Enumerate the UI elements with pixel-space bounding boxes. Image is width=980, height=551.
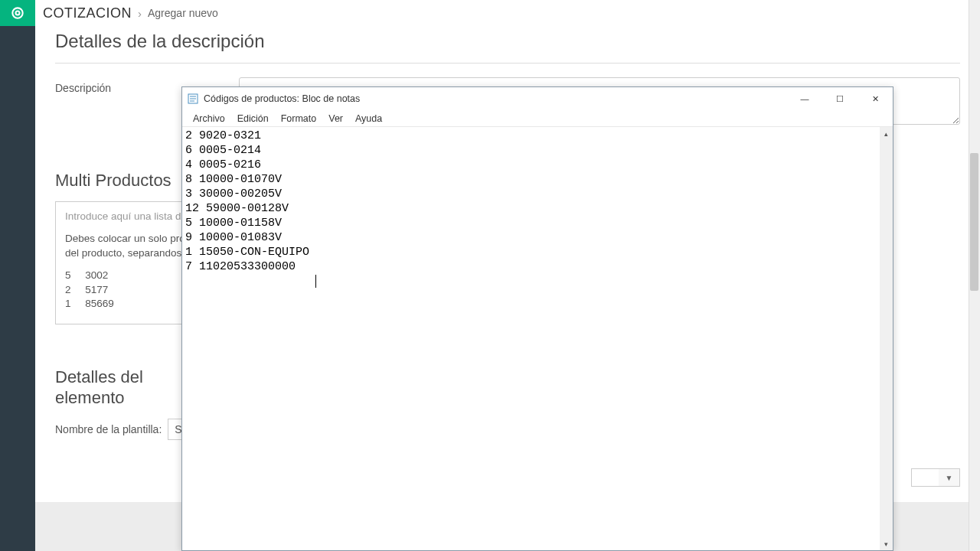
divider — [55, 63, 960, 64]
notepad-body[interactable]: 2 9020-0321 6 0005-0214 4 0005-0216 8 10… — [182, 127, 893, 550]
scrollbar-thumb[interactable] — [970, 153, 978, 291]
notepad-titlebar[interactable]: Códigos de productos: Bloc de notas — ☐ … — [182, 87, 893, 110]
menu-view[interactable]: Ver — [322, 113, 349, 124]
menu-help[interactable]: Ayuda — [349, 113, 388, 124]
chevron-right-icon: › — [138, 7, 142, 20]
notepad-icon — [187, 93, 199, 105]
window-buttons: — ☐ ✕ — [787, 87, 893, 110]
menu-file[interactable]: Archivo — [187, 113, 231, 124]
close-button[interactable]: ✕ — [858, 87, 893, 110]
notepad-title: Códigos de productos: Bloc de notas — [204, 93, 787, 104]
template-label: Nombre de la plantilla: — [55, 423, 162, 435]
sidebar-logo[interactable] — [0, 0, 35, 26]
svg-point-0 — [12, 8, 22, 18]
notepad-scrollbar[interactable]: ▴ ▾ — [880, 127, 893, 550]
chevron-down-icon[interactable]: ▼ — [939, 468, 960, 487]
notepad-window: Códigos de productos: Bloc de notas — ☐ … — [181, 86, 893, 551]
notepad-menubar: Archivo Edición Formato Ver Ayuda — [182, 110, 893, 127]
sidebar-dark — [0, 26, 35, 551]
minimize-button[interactable]: — — [787, 87, 822, 110]
svg-point-1 — [16, 11, 20, 15]
scroll-up-icon[interactable]: ▴ — [880, 127, 893, 140]
maximize-button[interactable]: ☐ — [822, 87, 858, 110]
breadcrumb-root[interactable]: Cotizacion — [43, 5, 132, 21]
description-section-title: Detalles de la descripción — [55, 31, 960, 52]
notepad-text[interactable]: 2 9020-0321 6 0005-0214 4 0005-0216 8 10… — [185, 129, 879, 550]
menu-format[interactable]: Formato — [275, 113, 323, 124]
menu-edit[interactable]: Edición — [231, 113, 275, 124]
breadcrumb: Cotizacion › Agregar nuevo — [35, 0, 980, 26]
gear-icon — [10, 5, 25, 21]
scroll-down-icon[interactable]: ▾ — [880, 537, 893, 550]
page-scrollbar[interactable] — [969, 0, 980, 551]
right-dropdown-body[interactable] — [911, 468, 939, 487]
text-caret — [315, 275, 316, 288]
breadcrumb-current: Agregar nuevo — [148, 7, 218, 19]
